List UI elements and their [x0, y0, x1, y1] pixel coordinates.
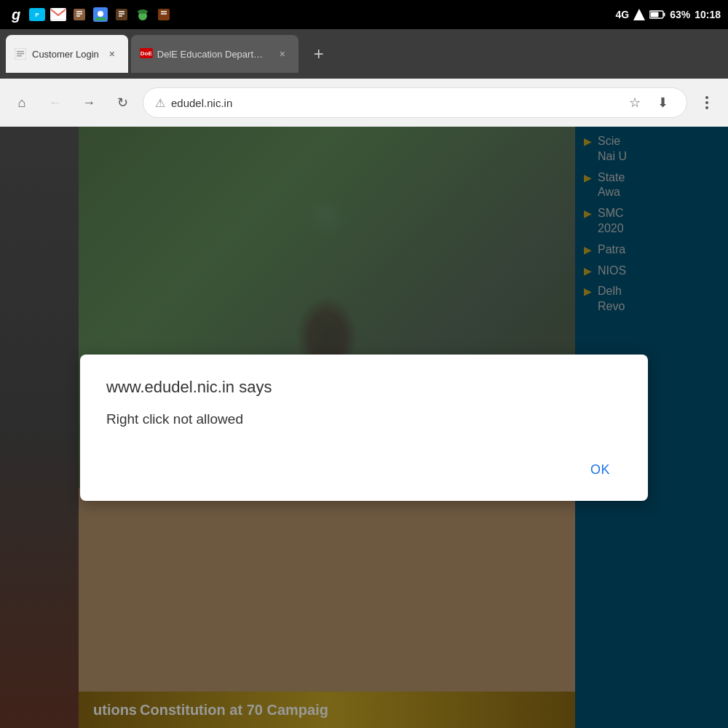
status-bar-left: g P [7, 6, 173, 23]
svg-rect-23 [17, 53, 24, 55]
download-button[interactable]: ⬇ [650, 90, 675, 115]
book2-icon [113, 6, 130, 23]
svg-rect-8 [116, 9, 127, 20]
alert-dialog: www.edudel.nic.in says Right click not a… [80, 355, 648, 501]
refresh-button[interactable]: ↻ [109, 90, 135, 116]
book3-icon [155, 6, 173, 23]
new-tab-button[interactable]: + [304, 39, 333, 68]
gmail-icon [50, 6, 67, 23]
document-favicon [15, 48, 26, 60]
tab-bar: Customer Login × DoE DelE Education Depa… [0, 29, 728, 79]
svg-marker-17 [633, 9, 645, 20]
menu-dot-2 [705, 101, 708, 104]
svg-point-6 [98, 11, 103, 17]
url-actions: ☆ ⬇ [622, 90, 675, 115]
address-bar: ⌂ ← → ↻ ⚠ edudel.nic.in ☆ ⬇ [0, 79, 728, 127]
svg-rect-1 [74, 9, 85, 20]
time: 10:18 [695, 9, 721, 20]
url-bar[interactable]: ⚠ edudel.nic.in ☆ ⬇ [143, 87, 687, 118]
svg-rect-20 [651, 12, 659, 17]
g-app-icon: g [7, 6, 25, 23]
network-type: 4G [615, 9, 629, 20]
dialog-overlay: www.edudel.nic.in says Right click not a… [0, 127, 728, 728]
app-icons: g P [7, 6, 173, 23]
battery-level: 63% [670, 9, 690, 20]
dialog-title: www.edudel.nic.in says [106, 378, 622, 397]
doe-favicon: DoE [140, 48, 151, 60]
tab-customer-login-title: Customer Login [32, 49, 99, 60]
acorn-icon [134, 6, 151, 23]
status-bar: g P [0, 0, 728, 29]
menu-dot-1 [705, 96, 708, 99]
svg-rect-22 [17, 51, 24, 52]
tab-customer-login-close[interactable]: × [105, 47, 119, 61]
tab-customer-login[interactable]: Customer Login × [6, 35, 128, 73]
home-button[interactable]: ⌂ [9, 90, 35, 116]
menu-dot-3 [705, 106, 708, 109]
photo-icon [92, 6, 109, 23]
svg-rect-7 [95, 17, 106, 20]
page-content: utions Constitution at 70 Campaig ▶ Scie… [0, 127, 728, 728]
url-text: edudel.nic.in [171, 97, 617, 109]
dialog-buttons: OK [106, 456, 622, 483]
menu-button[interactable] [695, 90, 719, 115]
svg-point-13 [138, 9, 148, 14]
svg-rect-24 [17, 55, 22, 57]
status-bar-right: 4G 63% 10:18 [615, 9, 721, 20]
signal-icon [633, 9, 645, 20]
tab-doe[interactable]: DoE DelE Education Department × [131, 35, 298, 73]
svg-rect-19 [664, 13, 665, 17]
dialog-ok-button[interactable]: OK [579, 456, 622, 483]
bookmark-button[interactable]: ☆ [622, 90, 647, 115]
battery-icon [649, 10, 665, 19]
tab-doe-title: DelE Education Department [157, 49, 269, 60]
paytm-icon: P [28, 6, 46, 23]
security-warning-icon: ⚠ [155, 96, 165, 110]
svg-rect-14 [158, 9, 170, 20]
tab-doe-close[interactable]: × [275, 47, 290, 61]
book1-icon [71, 6, 88, 23]
dialog-message: Right click not allowed [106, 411, 622, 427]
back-button[interactable]: ← [42, 90, 68, 116]
forward-button[interactable]: → [76, 90, 102, 116]
